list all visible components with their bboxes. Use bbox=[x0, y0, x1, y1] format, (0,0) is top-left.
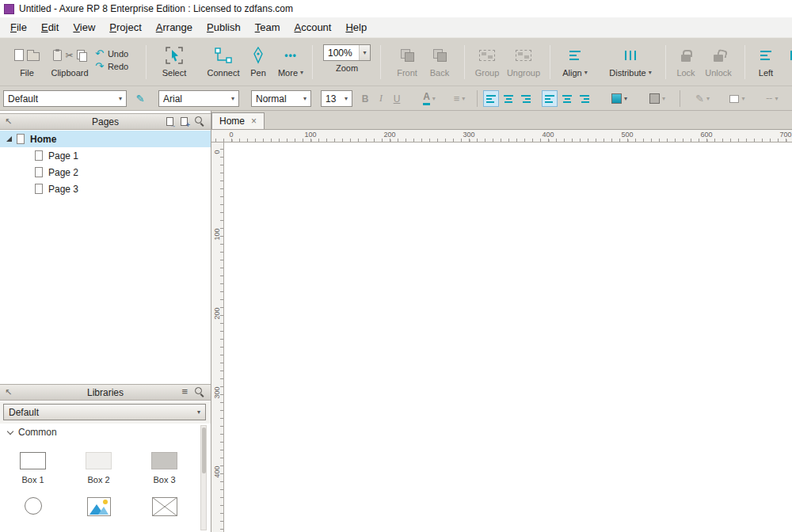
library-section-common[interactable]: Common bbox=[0, 424, 211, 441]
italic-button[interactable]: I bbox=[374, 90, 388, 107]
page-item-home[interactable]: Home bbox=[0, 131, 211, 147]
lock-button[interactable]: Lock bbox=[673, 44, 699, 78]
tab-close-icon[interactable]: × bbox=[251, 116, 257, 126]
fill-color-caret-icon: ▾ bbox=[624, 96, 627, 102]
group-button[interactable]: Group bbox=[472, 44, 502, 78]
libraries-menu-icon[interactable]: ≡ bbox=[181, 388, 188, 396]
underline-button[interactable]: U bbox=[390, 90, 404, 107]
page-icon bbox=[17, 134, 25, 144]
pen-tool-button[interactable]: Pen bbox=[246, 44, 271, 78]
group-icon bbox=[479, 50, 495, 61]
edit-style-button[interactable]: ✎ bbox=[131, 90, 149, 107]
style-preset-value: Default bbox=[8, 93, 38, 104]
search-libraries-icon[interactable] bbox=[195, 387, 204, 397]
widget-ellipse[interactable] bbox=[25, 497, 42, 516]
redo-button[interactable]: ↷ Redo bbox=[95, 60, 128, 72]
line-spacing-button[interactable]: ≡ ▾ bbox=[447, 90, 472, 107]
zoom-caret-icon[interactable]: ▾ bbox=[359, 45, 370, 60]
file-button[interactable]: File bbox=[5, 44, 49, 78]
cut-icon: ✂ bbox=[65, 50, 73, 61]
widget-box-3[interactable]: Box 3 bbox=[151, 452, 177, 484]
library-select[interactable]: Default ▾ bbox=[3, 404, 206, 420]
more-tools-button[interactable]: ••• More ▾ bbox=[274, 44, 307, 78]
align-button[interactable]: Align ▾ bbox=[558, 44, 592, 78]
page-item-page-1[interactable]: Page 1 bbox=[0, 147, 211, 164]
align-middle-button[interactable] bbox=[559, 90, 575, 107]
menu-view[interactable]: View bbox=[66, 19, 102, 36]
placeholder-thumbnail bbox=[152, 497, 177, 516]
bold-button[interactable]: B bbox=[358, 90, 372, 107]
align-left-button[interactable] bbox=[483, 90, 499, 107]
line-color-caret-icon: ▾ bbox=[662, 96, 665, 102]
scrollbar-thumb[interactable] bbox=[202, 428, 206, 473]
design-canvas[interactable] bbox=[224, 142, 792, 532]
menu-file[interactable]: File bbox=[3, 19, 34, 36]
font-family-select[interactable]: Arial ▾ bbox=[158, 90, 239, 107]
expander-icon[interactable] bbox=[6, 136, 12, 142]
unlock-label: Unlock bbox=[705, 68, 732, 78]
align-top-icon bbox=[545, 95, 554, 103]
zoom-select[interactable]: 100% ▾ bbox=[323, 44, 371, 61]
page-item-page-3[interactable]: Page 3 bbox=[0, 180, 211, 197]
menu-arrange[interactable]: Arrange bbox=[149, 19, 200, 36]
select-label: Select bbox=[162, 68, 187, 78]
menu-help[interactable]: Help bbox=[338, 19, 374, 36]
text-color-caret-icon: ▾ bbox=[432, 96, 436, 102]
widget-box-2[interactable]: Box 2 bbox=[86, 452, 112, 484]
menu-account[interactable]: Account bbox=[287, 19, 338, 36]
bring-front-button[interactable]: Front bbox=[393, 44, 421, 78]
pages-tree: Home Page 1 Page 2 Page 3 bbox=[0, 131, 211, 384]
arrow-style-caret-icon: ▾ bbox=[775, 96, 778, 102]
align-right-button[interactable] bbox=[518, 90, 534, 107]
menu-publish[interactable]: Publish bbox=[200, 19, 248, 36]
line-color-icon bbox=[649, 93, 660, 104]
border-style-button[interactable]: ▾ bbox=[722, 90, 752, 107]
distribute-button[interactable]: Distribute ▾ bbox=[607, 44, 654, 78]
line-color-button[interactable]: ▾ bbox=[643, 90, 672, 107]
text-color-button[interactable]: A ▾ bbox=[417, 90, 442, 107]
font-size-select[interactable]: 13 ▾ bbox=[321, 90, 352, 107]
fill-color-button[interactable]: ▾ bbox=[604, 90, 635, 107]
widget-placeholder[interactable] bbox=[152, 497, 177, 516]
connect-mode-button[interactable]: Connect bbox=[204, 44, 242, 78]
window-title: Untitled - Axure RP 8 Enterprise Edition… bbox=[19, 3, 293, 14]
ungroup-button[interactable]: Ungroup bbox=[504, 44, 543, 78]
search-pages-icon[interactable] bbox=[195, 116, 204, 126]
add-page-icon[interactable] bbox=[181, 117, 188, 126]
toolbar-button-clipped[interactable] bbox=[784, 44, 792, 66]
align-top-button[interactable] bbox=[542, 90, 558, 107]
style-preset-select[interactable]: Default ▾ bbox=[3, 90, 127, 107]
distribute-caret-icon: ▾ bbox=[649, 70, 652, 76]
arrow-style-button[interactable]: ╌ ▾ bbox=[757, 90, 787, 107]
clipboard-button[interactable]: ✂ Clipboard bbox=[48, 44, 92, 78]
left-align-button[interactable]: Left bbox=[752, 44, 779, 78]
import-pages-icon[interactable] bbox=[166, 117, 173, 126]
line-spacing-icon: ≡ bbox=[454, 93, 460, 104]
ellipse-thumbnail bbox=[25, 497, 42, 515]
page-item-page-2[interactable]: Page 2 bbox=[0, 164, 211, 180]
vertical-ruler[interactable]: 0 100 200 300 400 bbox=[211, 142, 224, 532]
horizontal-ruler[interactable]: 0 100 200 300 400 500 600 700 bbox=[211, 130, 792, 142]
font-size-caret-icon: ▾ bbox=[345, 96, 348, 102]
align-center-button[interactable] bbox=[501, 90, 516, 107]
border-width-button[interactable]: ✎ ▾ bbox=[687, 90, 718, 107]
align-bottom-button[interactable] bbox=[577, 90, 592, 107]
toolbar-separator bbox=[665, 45, 666, 79]
send-back-button[interactable]: Back bbox=[426, 44, 453, 78]
undo-button[interactable]: ↶ Undo bbox=[95, 48, 128, 59]
style-preset-caret-icon: ▾ bbox=[119, 96, 122, 102]
widget-image[interactable] bbox=[87, 497, 111, 516]
menu-project[interactable]: Project bbox=[102, 19, 148, 36]
font-style-select[interactable]: Normal ▾ bbox=[251, 90, 311, 107]
pages-panel-header: ↖ Pages bbox=[0, 113, 211, 130]
menu-team[interactable]: Team bbox=[248, 19, 287, 36]
select-mode-button[interactable]: Select bbox=[154, 44, 195, 78]
tab-home[interactable]: Home × bbox=[211, 112, 265, 129]
widget-box-1[interactable]: Box 1 bbox=[20, 452, 46, 484]
libraries-scrollbar[interactable] bbox=[200, 425, 207, 530]
menu-edit[interactable]: Edit bbox=[34, 19, 66, 36]
unlock-button[interactable]: Unlock bbox=[702, 44, 735, 78]
style-toolbar: Default ▾ ✎ Arial ▾ Normal ▾ 13 ▾ B I U … bbox=[0, 86, 792, 111]
zoom-value: 100% bbox=[324, 48, 359, 59]
arrow-style-icon: ╌ bbox=[767, 93, 773, 104]
